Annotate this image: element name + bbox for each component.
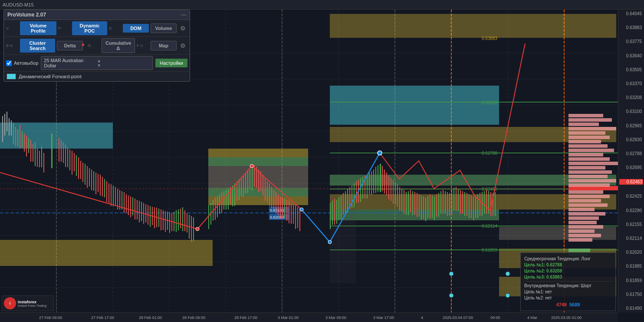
svg-rect-214 [382,166,383,191]
svg-rect-137 [176,210,177,232]
svg-rect-279 [568,118,612,122]
svg-rect-185 [293,204,294,224]
price-4: 0.63505 [619,67,643,72]
svg-rect-142 [187,213,187,232]
svg-rect-254 [469,194,470,218]
svg-rect-119 [137,200,138,219]
svg-rect-223 [401,189,402,211]
time-8: 4 [421,315,423,320]
settings-button[interactable]: Настройки [155,59,187,67]
svg-rect-239 [436,194,437,217]
svg-rect-255 [471,196,472,218]
svg-rect-301 [568,212,605,216]
svg-rect-289 [568,162,618,165]
price-18: 0.61885 [619,264,643,269]
contract-dropdown[interactable]: 25 MAR Australian Dollar ▲▼ [41,56,153,70]
svg-rect-146 [208,205,209,229]
info-divider [524,281,612,282]
row1-gear-button[interactable]: ⚙ [178,24,187,33]
auto-checkbox-wrapper: Автовыбор [6,60,38,66]
svg-rect-236 [430,194,430,218]
svg-rect-211 [375,167,376,193]
intraday-t2: Цель №2: нет [524,295,552,300]
svg-rect-216 [386,173,387,195]
svg-rect-139 [180,209,181,228]
svg-rect-179 [280,196,281,219]
svg-rect-177 [276,192,276,214]
target1-value: Цель №1: 0.62788 [524,262,562,267]
svg-rect-296 [568,190,603,194]
cumulative-delta-button[interactable]: Cumulative Δ [102,38,135,53]
svg-rect-118 [135,199,135,219]
svg-rect-243 [445,191,446,214]
svg-rect-256 [473,196,474,220]
auto-checkbox[interactable] [6,60,12,66]
svg-rect-80 [41,146,42,167]
logo-sub-text: Instant Forex Trading [18,304,46,307]
svg-rect-156 [230,187,231,205]
forward-color-indicator [7,73,16,80]
svg-rect-288 [568,157,610,161]
close-button[interactable]: — [181,12,186,18]
svg-rect-150 [217,196,218,217]
cluster-search-button[interactable]: Cluster Search [20,39,55,53]
svg-rect-259 [480,193,480,216]
svg-rect-224 [404,190,404,214]
dynamic-poc-button[interactable]: Dynamic POC [72,21,107,35]
dom-button[interactable]: DOM [123,24,149,33]
svg-rect-26 [0,240,213,266]
svg-rect-67 [13,123,14,144]
svg-rect-174 [269,183,270,206]
pv-row-2: B N Cluster Search Delta M Cumulative Δ … [4,37,190,55]
svg-rect-238 [434,196,435,220]
price-9: 0.62830 [619,137,643,142]
svg-rect-197 [345,191,346,214]
svg-rect-261 [484,191,485,214]
svg-rect-97 [89,168,90,186]
svg-rect-241 [440,191,441,214]
volume-profile-button[interactable]: Volume Profile [20,21,56,35]
svg-rect-193 [336,200,337,224]
svg-rect-175 [271,187,272,208]
svg-rect-100 [95,173,96,194]
svg-rect-298 [568,199,601,202]
svg-rect-235 [427,196,428,218]
svg-point-276 [449,293,453,298]
svg-rect-195 [341,196,342,219]
price-0: 0.64045 [619,11,643,16]
svg-rect-188 [299,209,300,231]
svg-rect-213 [380,164,381,192]
svg-rect-300 [568,208,595,211]
svg-rect-103 [102,177,103,196]
svg-rect-65 [9,118,10,136]
svg-rect-136 [174,212,174,231]
top-bar: AUDUSD-M15 [0,0,644,10]
map-button[interactable]: Map [151,41,177,50]
volume-button[interactable]: Volume [151,23,177,33]
svg-rect-200 [352,186,352,208]
price-1: 0.63883 [619,25,643,30]
svg-text:0.62788: 0.62788 [482,151,498,156]
vol-num-1: 4748 [556,302,567,307]
svg-rect-240 [438,193,439,217]
svg-text:0.62105: 0.62105 [270,208,284,212]
time-10: 09:00 [490,315,500,320]
svg-rect-263 [488,191,489,214]
svg-rect-75 [30,140,31,162]
svg-rect-202 [356,181,357,203]
svg-rect-217 [388,176,389,199]
svg-rect-106 [108,183,109,203]
intraday-t1: Цель №1: нет [524,289,552,294]
row2-gear-button[interactable]: ⚙ [178,41,187,50]
svg-text:0.62114: 0.62114 [482,224,498,229]
svg-rect-132 [165,211,166,232]
svg-rect-248 [456,187,457,211]
target3-row: Цель №3: 0.63883 [524,275,612,279]
logo-text-wrapper: instaforex Instant Forex Trading [18,300,46,307]
svg-rect-178 [278,194,279,215]
svg-rect-303 [568,221,597,224]
time-0: 27 Feb 09:00 [39,315,62,320]
delta-button[interactable]: Delta [57,41,83,50]
row1-p-label: P [58,26,70,30]
svg-rect-98 [91,169,92,190]
